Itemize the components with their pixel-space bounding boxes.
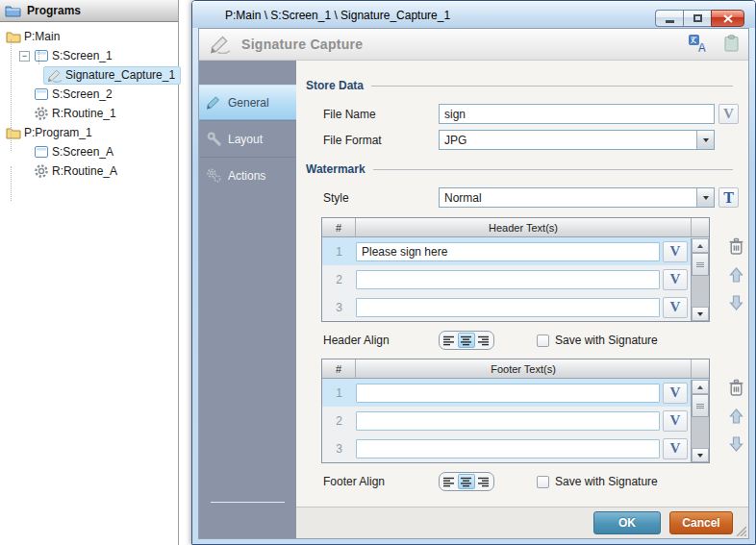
footer-text-input-2[interactable] — [356, 411, 660, 431]
save-with-signature-checkbox[interactable] — [537, 334, 549, 347]
style-label: Style — [323, 191, 439, 205]
table-row[interactable]: 2 V — [322, 407, 709, 434]
resize-grip[interactable] — [735, 525, 746, 536]
footer-text-input-3[interactable] — [356, 439, 660, 458]
edit-pen-icon — [199, 95, 228, 110]
screen-icon — [33, 88, 49, 100]
save-with-signature-label: Save with Signature — [555, 475, 658, 488]
table-scrollbar[interactable] — [691, 238, 709, 321]
scroll-down-button[interactable] — [692, 307, 709, 321]
delete-row-button[interactable] — [728, 237, 744, 256]
table-row[interactable]: 1 V — [322, 379, 709, 407]
triangle-up-icon — [697, 385, 703, 389]
align-left-button[interactable] — [441, 474, 458, 489]
wrench-icon — [199, 131, 228, 147]
store-data-section: Store Data — [306, 79, 733, 92]
signature-pen-icon — [209, 35, 232, 54]
header-text-input-3[interactable] — [356, 298, 660, 317]
tree-item-s-screen-a[interactable]: S:Screen_A — [0, 142, 178, 161]
header-texts-table: # Header Text(s) 1 V 2 V — [321, 217, 710, 322]
scroll-up-button[interactable] — [692, 238, 709, 253]
folder-blue-icon — [5, 5, 21, 17]
move-row-down-button[interactable] — [728, 435, 744, 453]
folder-icon — [5, 31, 21, 43]
tree-item-p-program-1[interactable]: P:Program_1 — [0, 123, 178, 142]
footer-align-group — [439, 472, 494, 491]
programs-panel-title: Programs — [27, 4, 81, 17]
variable-button[interactable]: V — [663, 438, 688, 459]
chevron-down-icon — [703, 138, 709, 142]
tab-layout[interactable]: Layout — [199, 121, 296, 157]
dialog-title: P:Main \ S:Screen_1 \ Signature_Capture_… — [225, 9, 450, 22]
programs-panel-header: Programs — [0, 0, 178, 22]
header-text-input-1[interactable] — [356, 242, 660, 261]
table-row[interactable]: 2 V — [322, 265, 709, 293]
chevron-down-icon — [703, 196, 709, 200]
variable-button[interactable]: V — [663, 383, 688, 404]
variable-button[interactable]: V — [663, 269, 688, 290]
variable-button[interactable]: V — [663, 241, 688, 262]
align-center-button[interactable] — [458, 474, 475, 489]
scrollbar-thumb[interactable] — [692, 253, 709, 276]
tree-item-s-screen-1[interactable]: − S:Screen_1 — [0, 46, 178, 65]
variable-button[interactable]: V — [663, 410, 688, 432]
table-row[interactable]: 1 V — [322, 237, 709, 265]
triangle-down-icon — [697, 312, 703, 316]
footer-text-input-1[interactable] — [356, 384, 660, 403]
gear-icon — [33, 106, 49, 121]
align-center-button[interactable] — [458, 333, 475, 348]
tree-item-r-routine-a[interactable]: R:Routine_A — [0, 161, 178, 181]
scroll-down-button[interactable] — [692, 448, 709, 462]
maximize-icon — [693, 14, 702, 22]
save-with-signature-checkbox[interactable] — [537, 476, 549, 488]
programs-panel: Programs P:Main − S:Screen_1 Signature_C… — [0, 0, 179, 545]
move-row-down-button[interactable] — [728, 294, 744, 311]
style-text-button[interactable]: T — [718, 187, 739, 208]
align-left-button[interactable] — [441, 333, 458, 348]
header-align-group — [439, 331, 494, 350]
align-right-button[interactable] — [475, 333, 492, 348]
ok-button[interactable]: OK — [593, 511, 661, 534]
cancel-button[interactable]: Cancel — [669, 511, 733, 534]
file-format-label: File Format — [323, 134, 439, 147]
move-row-up-button[interactable] — [728, 266, 744, 284]
signature-capture-dialog: P:Main \ S:Screen_1 \ Signature_Capture_… — [191, 0, 756, 545]
signature-pen-icon — [46, 68, 63, 83]
header-text-input-2[interactable] — [356, 270, 660, 289]
maximize-button[interactable] — [683, 10, 711, 27]
scroll-up-button[interactable] — [692, 380, 709, 394]
collapse-expander-icon[interactable]: − — [19, 51, 30, 62]
dropdown-arrow-button[interactable] — [696, 131, 714, 149]
variable-button[interactable]: V — [663, 297, 688, 318]
style-dropdown[interactable]: Normal — [439, 187, 715, 208]
table-row[interactable]: 3 V — [322, 434, 709, 462]
file-format-dropdown[interactable]: JPG — [439, 130, 715, 150]
scrollbar-thumb[interactable] — [692, 394, 709, 417]
translate-icon[interactable]: A — [688, 34, 707, 53]
gears-icon — [199, 167, 228, 184]
dialog-header-band: Signature Capture A — [199, 29, 748, 61]
tab-actions[interactable]: Actions — [199, 158, 296, 193]
align-right-button[interactable] — [475, 474, 492, 489]
dropdown-arrow-button[interactable] — [696, 188, 714, 207]
tree-item-r-routine-1[interactable]: R:Routine_1 — [0, 104, 178, 123]
column-header-text: Footer Text(s) — [356, 359, 691, 378]
dialog-titlebar[interactable]: P:Main \ S:Screen_1 \ Signature_Capture_… — [192, 1, 755, 28]
tree-selection-highlight: Signature_Capture_1 — [43, 66, 181, 85]
tree-item-p-main[interactable]: P:Main — [0, 27, 178, 46]
watermark-section: Watermark — [306, 162, 733, 176]
delete-row-button[interactable] — [728, 379, 744, 397]
file-name-variable-button[interactable]: V — [718, 104, 739, 124]
tree-item-s-screen-2[interactable]: S:Screen_2 — [0, 85, 178, 104]
tab-general[interactable]: General — [199, 85, 296, 120]
footer-texts-table: # Footer Text(s) 1 V 2 V — [321, 359, 710, 463]
paste-icon[interactable] — [724, 35, 739, 52]
minimize-button[interactable] — [655, 10, 683, 27]
minimize-icon — [666, 20, 674, 23]
tree-item-signature-capture-1[interactable]: Signature_Capture_1 — [0, 65, 178, 85]
file-name-input[interactable] — [439, 104, 715, 124]
table-row[interactable]: 3 V — [322, 293, 709, 321]
move-row-up-button[interactable] — [728, 408, 744, 425]
close-button[interactable] — [711, 10, 744, 27]
table-scrollbar[interactable] — [691, 380, 709, 462]
